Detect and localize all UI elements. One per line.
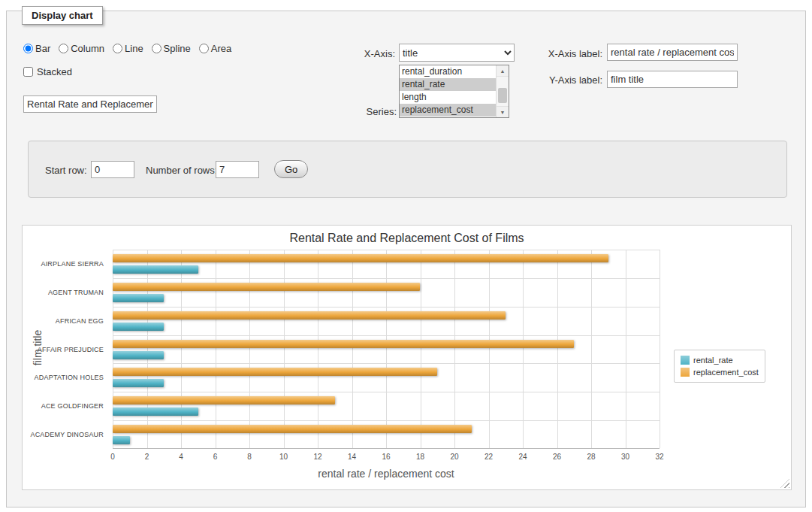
display-chart-panel: Display chart BarColumnLineSplineArea St… bbox=[6, 11, 806, 507]
plot-area bbox=[113, 250, 660, 449]
stacked-option[interactable]: Stacked bbox=[23, 66, 72, 77]
go-button[interactable]: Go bbox=[274, 160, 308, 178]
x-gridline bbox=[626, 250, 626, 448]
bar-rental_rate bbox=[113, 351, 164, 359]
series-scrollbar[interactable]: ▲ ▼ bbox=[496, 65, 509, 117]
series-option-rental_rate[interactable]: rental_rate bbox=[400, 78, 496, 91]
chart-type-radio-label: Bar bbox=[35, 43, 50, 54]
scrollbar-thumb[interactable] bbox=[498, 88, 507, 103]
chart-type-option-line[interactable]: Line bbox=[113, 43, 143, 54]
legend-label: rental_rate bbox=[693, 356, 733, 365]
scroll-down-icon[interactable]: ▼ bbox=[497, 106, 509, 117]
series-options: rental_durationrental_ratelengthreplacem… bbox=[400, 65, 496, 117]
x-axis-label-input[interactable] bbox=[607, 44, 738, 61]
y-gridline bbox=[113, 307, 660, 308]
row-range-box: Start row: Number of rows: Go bbox=[28, 141, 787, 198]
category-label: AFFAIR PREJUDICE bbox=[38, 346, 104, 353]
chart-type-radio-column[interactable] bbox=[59, 44, 68, 53]
number-of-rows-label: Number of rows: bbox=[146, 165, 217, 176]
bar-replacement_cost bbox=[113, 425, 472, 433]
x-tick-label: 0 bbox=[110, 453, 115, 461]
legend-item-rental_rate[interactable]: rental_rate bbox=[681, 354, 759, 366]
y-axis-label-label: Y-Axis label: bbox=[533, 74, 602, 86]
x-tick-label: 2 bbox=[145, 453, 149, 461]
x-axis-select-label: X-Axis: bbox=[335, 48, 395, 59]
chart-type-radio-spline[interactable] bbox=[152, 44, 161, 53]
x-gridline bbox=[113, 250, 113, 448]
category-label: AGENT TRUMAN bbox=[48, 289, 104, 296]
chart-type-option-area[interactable]: Area bbox=[199, 43, 231, 54]
x-tick-label: 4 bbox=[179, 453, 183, 461]
x-tick-label: 16 bbox=[382, 453, 390, 461]
x-gridline bbox=[421, 250, 421, 448]
x-tick-label: 10 bbox=[279, 453, 288, 461]
category-label: AIRPLANE SIERRA bbox=[41, 260, 104, 268]
bar-replacement_cost bbox=[113, 396, 335, 404]
series-option-length[interactable]: length bbox=[400, 91, 496, 104]
chart-type-radio-bar[interactable] bbox=[23, 44, 33, 53]
legend-item-replacement_cost[interactable]: replacement_cost bbox=[681, 366, 759, 378]
series-option-rental_duration[interactable]: rental_duration bbox=[400, 65, 496, 78]
series-multiselect[interactable]: rental_durationrental_ratelengthreplacem… bbox=[399, 65, 509, 118]
x-tick-label: 8 bbox=[247, 453, 252, 461]
bar-rental_rate bbox=[113, 294, 164, 302]
bar-rental_rate bbox=[113, 265, 198, 274]
y-gridline bbox=[113, 420, 660, 421]
x-gridline bbox=[489, 250, 490, 448]
x-gridline bbox=[591, 250, 592, 448]
chart-type-radio-label: Spline bbox=[164, 43, 191, 54]
scroll-up-icon[interactable]: ▲ bbox=[497, 65, 509, 77]
y-gridline bbox=[113, 250, 660, 250]
series-label: Series: bbox=[337, 106, 397, 117]
x-axis-select[interactable]: title bbox=[399, 44, 515, 62]
chart-type-group: BarColumnLineSplineArea bbox=[23, 43, 231, 54]
category-label: ACADEMY DINOSAUR bbox=[30, 431, 104, 438]
chart-title-input[interactable] bbox=[23, 95, 157, 113]
chart-container: Rental Rate and Replacement Cost of Film… bbox=[22, 225, 792, 490]
chart-type-radio-area[interactable] bbox=[199, 44, 209, 53]
x-tick-label: 28 bbox=[587, 453, 595, 461]
x-tick-label: 24 bbox=[518, 453, 527, 461]
bar-rental_rate bbox=[113, 407, 198, 416]
legend-label: replacement_cost bbox=[693, 368, 759, 377]
chart-type-radio-label: Column bbox=[71, 43, 104, 54]
x-gridline bbox=[181, 250, 182, 448]
x-gridline bbox=[216, 250, 216, 448]
series-option-replacement_cost[interactable]: replacement_cost bbox=[400, 104, 496, 117]
x-tick-label: 6 bbox=[213, 453, 218, 461]
chart-x-axis-title: rental rate / replacement cost bbox=[113, 468, 660, 480]
x-gridline bbox=[284, 250, 285, 448]
category-label: ADAPTATION HOLES bbox=[35, 374, 104, 381]
x-gridline bbox=[352, 250, 353, 448]
chart-type-option-column[interactable]: Column bbox=[59, 43, 104, 54]
y-gridline bbox=[113, 392, 660, 392]
y-axis-label-input[interactable] bbox=[607, 71, 738, 88]
bar-rental_rate bbox=[113, 379, 164, 387]
bar-rental_rate bbox=[113, 436, 130, 444]
x-gridline bbox=[386, 250, 387, 448]
x-gridline bbox=[557, 250, 558, 448]
start-row-label: Start row: bbox=[45, 165, 87, 176]
chart-type-option-bar[interactable]: Bar bbox=[23, 43, 50, 54]
bar-replacement_cost bbox=[113, 311, 506, 320]
x-tick-label: 32 bbox=[655, 453, 663, 461]
x-tick-labels: 02468101214161820222426283032 bbox=[113, 453, 660, 462]
chart-type-option-spline[interactable]: Spline bbox=[152, 43, 191, 54]
x-gridline bbox=[660, 250, 660, 448]
resize-grip-icon[interactable] bbox=[780, 479, 789, 488]
x-gridline bbox=[523, 250, 524, 448]
x-gridline bbox=[249, 250, 250, 448]
x-gridline bbox=[147, 250, 148, 448]
y-gridline bbox=[113, 363, 660, 364]
x-tick-label: 14 bbox=[348, 453, 356, 461]
y-gridline bbox=[113, 335, 660, 336]
stacked-checkbox[interactable] bbox=[23, 67, 33, 77]
start-row-input[interactable] bbox=[91, 161, 134, 178]
bar-replacement_cost bbox=[113, 340, 574, 348]
bar-replacement_cost bbox=[113, 254, 608, 262]
x-tick-label: 20 bbox=[450, 453, 458, 461]
bar-replacement_cost bbox=[113, 368, 437, 376]
number-of-rows-input[interactable] bbox=[216, 161, 259, 178]
panel-title: Display chart bbox=[22, 6, 103, 25]
chart-type-radio-line[interactable] bbox=[113, 44, 122, 53]
